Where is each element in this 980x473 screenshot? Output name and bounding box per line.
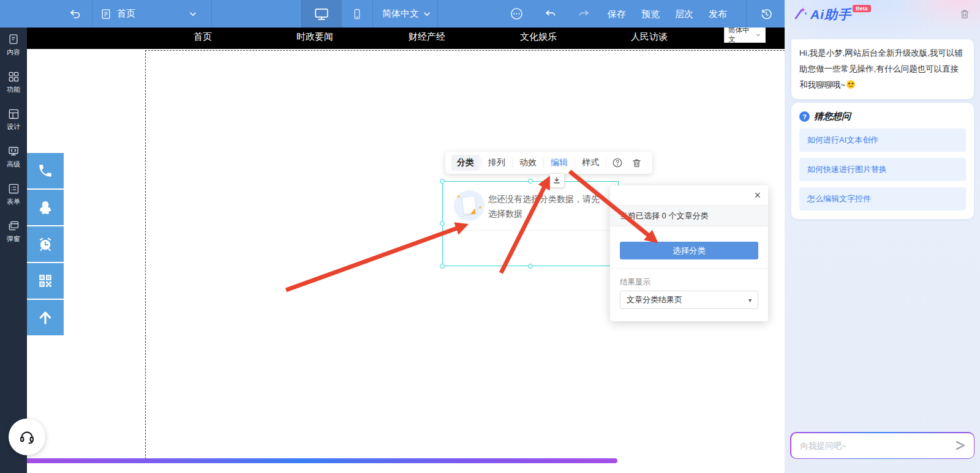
alarm-contact-button[interactable]: [27, 226, 64, 262]
qrcode-contact-button[interactable]: [27, 263, 64, 299]
toolbar-divider: [92, 0, 92, 28]
select-category-button[interactable]: 选择分类: [620, 242, 758, 259]
suggest-title: 猜您想问: [814, 111, 851, 122]
nav-item-interview[interactable]: 人民访谈: [631, 30, 668, 43]
widget-divider: [443, 230, 618, 231]
sidebar-item-content[interactable]: 内容: [0, 28, 27, 65]
tab-edit[interactable]: 编辑: [545, 155, 573, 171]
suggested-question-3[interactable]: 怎么编辑文字控件: [799, 187, 966, 210]
ai-greeting-text: Hi,我是小梦,网站后台全新升级改版,我可以辅助您做一些常见操作,有什么问题也可…: [799, 48, 963, 89]
suggest-title-row: ? 猜您想问: [799, 111, 966, 122]
resize-handle-top-left[interactable]: [440, 179, 445, 184]
mobile-view-button[interactable]: [342, 0, 372, 28]
support-button[interactable]: [9, 419, 45, 455]
smiley-face-icon: [846, 80, 855, 89]
page-outline-top: [145, 50, 785, 51]
delete-widget-icon[interactable]: [627, 158, 646, 168]
category-widget[interactable]: 您还没有选择分类数据，请先选择数据: [442, 181, 619, 266]
toolbar-language-label[interactable]: 简体中文: [382, 0, 419, 28]
resize-handle-bottom-center[interactable]: [528, 264, 533, 269]
sidebar-item-design[interactable]: 设计: [0, 102, 27, 140]
close-icon[interactable]: ×: [754, 189, 761, 201]
page-selector-label[interactable]: 首页: [117, 0, 135, 28]
suggested-question-2[interactable]: 如何快速进行图片替换: [799, 158, 966, 181]
page-outline-left: [145, 50, 146, 462]
sidebar-item-label: 设计: [7, 122, 20, 132]
sidebar-item-label: 内容: [7, 48, 20, 57]
sidebar-item-label: 表单: [7, 197, 20, 206]
save-button[interactable]: 保存: [608, 0, 626, 28]
resize-handle-bottom-left[interactable]: [440, 264, 445, 269]
sidebar-item-features[interactable]: 功能: [0, 65, 27, 102]
desktop-view-button[interactable]: [301, 0, 342, 28]
send-icon[interactable]: [954, 439, 967, 452]
monitor-code-icon: [7, 145, 20, 157]
undo-icon[interactable]: [544, 0, 557, 28]
toolbar-divider: [211, 0, 212, 28]
more-options-icon[interactable]: [510, 0, 524, 28]
ai-panel-title: Ai助手: [810, 6, 851, 23]
editor-canvas: 首页 时政要闻 财经产经 文化娱乐 人民访谈 简体中文 您还没有选择分类: [27, 28, 785, 473]
windows-icon: [7, 220, 20, 232]
category-edit-popup: × 当前已选择 0 个文章分类 选择分类 结果显示 文章分类结果页 ▾: [610, 185, 768, 321]
phone-contact-button[interactable]: [27, 153, 64, 188]
suggested-question-1[interactable]: 如何进行AI文本创作: [799, 128, 966, 152]
widget-empty-text: 您还没有选择分类数据，请先选择数据: [488, 192, 606, 221]
ai-assistant-panel: Ai助手 Beta Hi,我是小梦,网站后台全新升级改版,我可以辅助您做一些常见…: [785, 0, 980, 473]
chevron-down-icon: [755, 32, 761, 38]
sidebar-item-label: 弹窗: [7, 234, 20, 244]
clear-chat-icon[interactable]: [959, 9, 970, 22]
magic-wand-icon: [793, 6, 808, 22]
sidebar-item-popup[interactable]: 弹窗: [0, 214, 27, 251]
tab-animation[interactable]: 动效: [514, 155, 542, 171]
empty-state-icon: [454, 190, 484, 221]
top-toolbar: 首页 简体中文 保存 预览 层次 发布: [0, 0, 785, 28]
document-icon: [7, 33, 20, 45]
beta-badge: Beta: [853, 5, 871, 12]
result-page-select[interactable]: 文章分类结果页 ▾: [620, 291, 758, 309]
help-icon[interactable]: [608, 157, 627, 168]
publish-button[interactable]: 发布: [709, 0, 727, 28]
nav-item-politics[interactable]: 时政要闻: [296, 30, 333, 43]
popup-divider: [610, 268, 768, 269]
toolbar-separator: [606, 158, 606, 167]
redo-icon[interactable]: [577, 0, 590, 28]
nav-item-culture[interactable]: 文化娱乐: [520, 30, 557, 43]
qr-code-icon: [37, 273, 53, 289]
history-icon[interactable]: [760, 0, 773, 28]
toolbar-divider: [746, 0, 747, 28]
toolbar-separator: [481, 158, 481, 167]
nav-item-finance[interactable]: 财经产经: [409, 30, 445, 43]
sidebar-item-forms[interactable]: 表单: [0, 177, 27, 214]
tab-category[interactable]: 分类: [451, 155, 480, 171]
qq-contact-button[interactable]: [27, 190, 64, 225]
toolbar-separator: [543, 158, 544, 167]
qq-penguin-icon: [37, 199, 53, 215]
tab-style[interactable]: 样式: [576, 155, 605, 171]
resize-handle-top-center[interactable]: [528, 179, 533, 184]
arrow-up-icon: [37, 310, 53, 326]
toolbar-separator: [512, 158, 513, 167]
selected-count-text: 当前已选择 0 个文章分类: [610, 205, 768, 226]
widget-toolbar: 分类 排列 动效 编辑 样式: [445, 152, 652, 174]
form-list-icon: [7, 182, 20, 195]
ai-input-container: [790, 432, 974, 459]
site-nav-bar: 首页 时政要闻 财经产经 文化娱乐 人民访谈: [27, 28, 785, 49]
sidebar-item-advanced[interactable]: 高级: [0, 140, 27, 177]
chevron-down-icon[interactable]: [189, 0, 197, 28]
layers-button[interactable]: 层次: [675, 0, 693, 28]
resize-handle-mid-left[interactable]: [440, 221, 445, 226]
back-icon[interactable]: [69, 0, 82, 28]
ai-greeting-message: Hi,我是小梦,网站后台全新升级改版,我可以辅助您做一些常见操作,有什么问题也可…: [791, 39, 974, 99]
nav-item-home[interactable]: 首页: [194, 30, 212, 43]
save-block-icon[interactable]: [549, 173, 565, 188]
caret-down-icon: ▾: [748, 297, 752, 304]
preview-button[interactable]: 预览: [641, 0, 660, 28]
site-language-dropdown[interactable]: 简体中文: [724, 28, 766, 43]
suggested-questions-card: ? 猜您想问 如何进行AI文本创作 如何快速进行图片替换 怎么编辑文字控件: [791, 103, 974, 219]
chevron-down-icon[interactable]: [423, 0, 431, 28]
ai-question-input[interactable]: [801, 441, 954, 450]
back-to-top-button[interactable]: [27, 300, 64, 335]
page-icon: [100, 0, 112, 28]
tab-arrange[interactable]: 排列: [483, 155, 511, 171]
